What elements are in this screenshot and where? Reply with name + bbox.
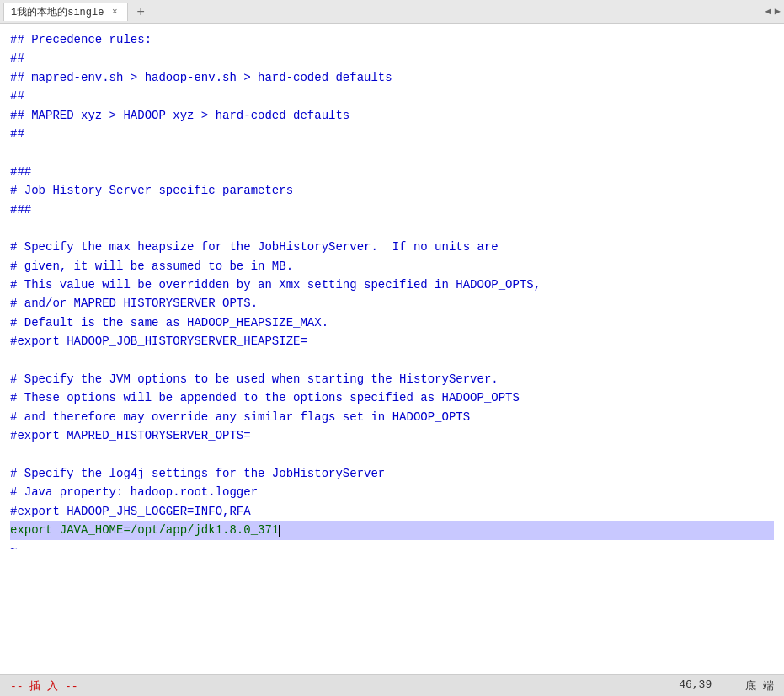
code-line: # These options will be appended to the … (10, 388, 774, 407)
nav-next-icon[interactable]: ▶ (775, 5, 781, 18)
code-line (10, 143, 774, 162)
end-label: 底 端 (745, 678, 774, 693)
code-line: export JAVA_HOME=/opt/app/jdk1.8.0_371 (10, 521, 774, 539)
code-line: ## MAPRED_xyz > HADOOP_xyz > hard-coded … (10, 106, 774, 125)
status-left: -- 插 入 -- (10, 678, 78, 693)
code-line: ## (10, 49, 774, 67)
code-line: ## Precedence rules: (10, 30, 774, 49)
nav-arrows: ◀ ▶ (765, 5, 781, 18)
code-line: ~ (10, 540, 774, 559)
code-line: ### (10, 201, 774, 219)
code-line: # Job History Server specific parameters (10, 181, 774, 200)
new-tab-button[interactable]: + (130, 3, 151, 21)
code-line: #export HADOOP_JOB_HISTORYSERVER_HEAPSIZ… (10, 332, 774, 351)
cursor-position: 46,39 (679, 678, 712, 693)
code-line: # Specify the max heapsize for the JobHi… (10, 238, 774, 256)
code-line: # Specify the JVM options to be used whe… (10, 370, 774, 388)
file-tab[interactable]: 1我的本地的single × (3, 3, 128, 21)
code-line (10, 446, 774, 464)
code-line: # Default is the same as HADOOP_HEAPSIZE… (10, 313, 774, 332)
status-bar: -- 插 入 -- 46,39 底 端 (0, 674, 784, 696)
code-line: ### (10, 163, 774, 181)
code-line: # Java property: hadoop.root.logger (10, 483, 774, 501)
code-line: ## mapred-env.sh > hadoop-env.sh > hard-… (10, 68, 774, 87)
tab-close-button[interactable]: × (109, 6, 120, 18)
code-line (10, 351, 774, 370)
main-window: 1我的本地的single × + ◀ ▶ ## Precedence rules… (0, 0, 784, 696)
nav-prev-icon[interactable]: ◀ (765, 5, 771, 18)
insert-mode-label: -- 插 入 -- (10, 678, 78, 693)
title-bar: 1我的本地的single × + ◀ ▶ (0, 0, 784, 24)
code-line: # given, it will be assumed to be in MB. (10, 257, 774, 276)
code-line: # and/or MAPRED_HISTORYSERVER_OPTS. (10, 294, 774, 313)
tab-label: 1我的本地的single (11, 5, 104, 19)
code-line: # Specify the log4j settings for the Job… (10, 464, 774, 483)
code-line: # and therefore may override any similar… (10, 408, 774, 426)
status-right: 46,39 底 端 (679, 678, 774, 693)
code-line: #export MAPRED_HISTORYSERVER_OPTS= (10, 426, 774, 445)
code-line (10, 219, 774, 238)
code-line: ## (10, 87, 774, 105)
editor[interactable]: ## Precedence rules:#### mapred-env.sh >… (0, 24, 784, 674)
code-line: # This value will be overridden by an Xm… (10, 276, 774, 294)
code-line: #export HADOOP_JHS_LOGGER=INFO,RFA (10, 502, 774, 521)
text-cursor (279, 525, 280, 537)
code-line: ## (10, 125, 774, 143)
code-line (10, 559, 774, 577)
